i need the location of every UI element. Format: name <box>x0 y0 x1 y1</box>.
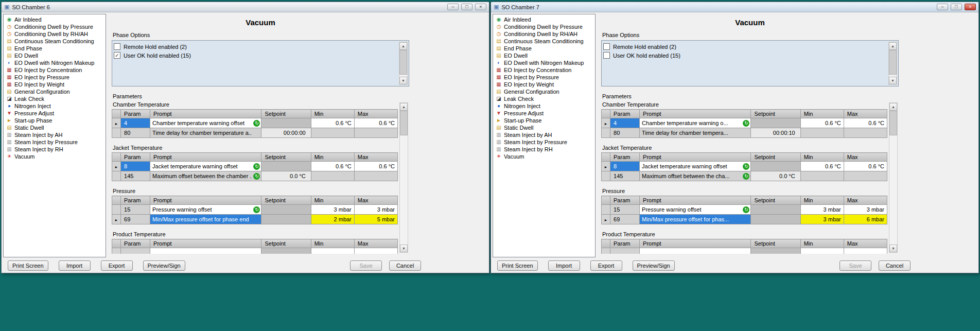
setpoint-cell[interactable] <box>261 118 311 128</box>
phase-options-scrollbar[interactable]: ▲ ▼ <box>888 42 897 85</box>
scroll-down-icon[interactable]: ▼ <box>889 77 897 84</box>
param-row[interactable]: ► 4 Chamber temperature warning o... ↻ 0… <box>602 118 887 128</box>
param-cell[interactable]: 80 <box>121 128 150 138</box>
min-cell[interactable]: 3 mbar <box>800 215 844 224</box>
tree-item[interactable]: ◷ Conditioning Dwell by RH/AH <box>494 30 595 37</box>
tree-item[interactable]: ▤ Continuous Steam Conditioning <box>5 38 106 44</box>
prompt-cell[interactable]: Min/Max pressure offset for phase end ↻ <box>150 215 261 224</box>
max-cell[interactable]: 6 mbar <box>844 215 887 224</box>
prompt-cell[interactable]: Time delay for chamber temperature a... … <box>150 128 261 138</box>
tree-item[interactable]: ◐ EO Dwell with Nitrogen Makeup <box>5 59 106 66</box>
tree-item[interactable]: ▦ EO Inject by Concentration <box>494 66 595 73</box>
tree-item[interactable]: ▤ EO Dwell <box>5 52 106 59</box>
param-row[interactable]: ↻ <box>602 248 887 254</box>
maximize-button[interactable]: □ <box>951 4 962 10</box>
close-button[interactable]: × <box>965 4 976 10</box>
tree-item[interactable]: ◪ Leak Check <box>494 95 595 102</box>
param-row[interactable]: ► 69 Min/Max pressure offset for phas...… <box>602 215 887 224</box>
phase-tree[interactable]: ◉ Air Inbleed ◷ Conditioning Dwell by Pr… <box>493 14 596 257</box>
tree-item[interactable]: ▤ End Phase <box>494 45 595 51</box>
setpoint-cell[interactable] <box>751 248 800 254</box>
max-cell[interactable] <box>844 128 887 138</box>
min-cell[interactable]: 0.6 °C <box>311 162 354 171</box>
option-remote-hold[interactable]: Remote Hold enabled (2) <box>603 42 886 51</box>
param-cell[interactable]: 15 <box>610 205 640 215</box>
param-row[interactable]: ► 8 Jacket temperature warning offset ↻ … <box>602 162 887 171</box>
setpoint-cell[interactable] <box>751 118 800 128</box>
min-cell[interactable] <box>800 171 844 181</box>
minimize-button[interactable]: – <box>937 4 948 10</box>
preview-sign-button[interactable]: Preview/Sign <box>143 260 185 271</box>
remote-hold-checkbox[interactable] <box>114 43 120 50</box>
param-cell[interactable] <box>121 248 150 254</box>
tree-item[interactable]: ☀ Vacuum <box>494 153 595 160</box>
min-cell[interactable] <box>800 128 844 138</box>
prompt-cell[interactable]: ↻ <box>640 248 751 254</box>
title-bar[interactable]: ▣ SO Chamber 7 – □ × <box>491 2 978 12</box>
scroll-down-icon[interactable]: ▼ <box>399 77 407 84</box>
min-cell[interactable]: 0.6 °C <box>311 118 354 128</box>
save-button[interactable]: Save <box>839 260 871 271</box>
print-screen-button[interactable]: Print Screen <box>497 260 538 271</box>
tree-item[interactable]: ▤ General Configuration <box>5 88 106 95</box>
max-cell[interactable] <box>844 248 887 254</box>
export-button[interactable]: Export <box>590 260 622 271</box>
scroll-thumb[interactable] <box>399 50 407 75</box>
param-row[interactable]: 145 Maximum offset between the chamber .… <box>112 171 398 181</box>
prompt-cell[interactable]: Chamber temperature warning offset ↻ <box>150 118 261 128</box>
max-cell[interactable]: 0.6 °C <box>844 118 887 128</box>
setpoint-cell[interactable]: 00:00:10 <box>751 128 800 138</box>
max-cell[interactable]: 0.6 °C <box>354 118 397 128</box>
tree-item[interactable]: ▤ Continuous Steam Conditioning <box>494 38 595 44</box>
param-cell[interactable]: 8 <box>610 162 640 171</box>
tree-item[interactable]: ◐ EO Dwell with Nitrogen Makeup <box>494 59 595 66</box>
param-row[interactable]: 80 Time delay for chamber temperature a.… <box>112 128 398 138</box>
param-cell[interactable]: 145 <box>610 171 640 181</box>
tree-item[interactable]: ▦ EO Inject by Weight <box>494 81 595 88</box>
param-cell[interactable]: 145 <box>121 171 150 181</box>
cancel-button[interactable]: Cancel <box>879 260 911 271</box>
tree-item[interactable]: ▤ Static Dwell <box>5 124 106 131</box>
tree-item[interactable]: ▼ Pressure Adjust <box>5 110 106 116</box>
tree-item[interactable]: ● Nitrogen Inject <box>494 102 595 109</box>
setpoint-cell[interactable] <box>751 215 800 224</box>
setpoint-cell[interactable]: 00:00:00 <box>261 128 311 138</box>
tree-item[interactable]: ▤ End Phase <box>5 45 106 51</box>
prompt-cell[interactable]: Jacket temperature warning offset ↻ <box>640 162 751 171</box>
parameters-scrollbar[interactable]: ▲ ▼ <box>399 102 408 253</box>
prompt-cell[interactable]: ↻ <box>150 248 261 254</box>
param-row[interactable]: ► 8 Jacket temperature warning offset ↻ … <box>112 162 398 171</box>
param-row[interactable]: 15 Pressure warning offset ↻ 3 mbar 3 mb… <box>112 205 398 215</box>
param-row[interactable]: 145 Maximum offset between the cha... ↻ … <box>602 171 887 181</box>
max-cell[interactable]: 3 mbar <box>354 205 397 215</box>
param-cell[interactable]: 69 <box>610 215 640 224</box>
phase-options-scrollbar[interactable]: ▲ ▼ <box>399 42 408 85</box>
setpoint-cell[interactable] <box>751 162 800 171</box>
prompt-cell[interactable]: Maximum offset between the cha... ↻ <box>640 171 751 181</box>
prompt-cell[interactable]: Maximum offset between the chamber ... ↻ <box>150 171 261 181</box>
min-cell[interactable] <box>311 171 354 181</box>
tree-item[interactable]: ▥ Steam Inject by AH <box>494 131 595 138</box>
max-cell[interactable] <box>354 171 397 181</box>
print-screen-button[interactable]: Print Screen <box>8 260 48 271</box>
setpoint-cell[interactable] <box>261 215 311 224</box>
min-cell[interactable]: 2 mbar <box>311 215 354 224</box>
param-row[interactable]: ► 69 Min/Max pressure offset for phase e… <box>112 215 398 224</box>
scroll-up-icon[interactable]: ▲ <box>400 103 408 111</box>
tree-item[interactable]: ◷ Conditioning Dwell by RH/AH <box>5 30 106 37</box>
setpoint-cell[interactable] <box>751 205 800 215</box>
scroll-thumb[interactable] <box>889 111 897 135</box>
scroll-thumb[interactable] <box>889 50 897 75</box>
preview-sign-button[interactable]: Preview/Sign <box>633 260 675 271</box>
setpoint-cell[interactable] <box>261 248 311 254</box>
param-cell[interactable]: 4 <box>610 118 640 128</box>
max-cell[interactable] <box>354 248 397 254</box>
tree-item[interactable]: ● Nitrogen Inject <box>5 102 106 109</box>
tree-item[interactable]: ◉ Air Inbleed <box>494 16 595 23</box>
min-cell[interactable]: 3 mbar <box>311 205 354 215</box>
tree-item[interactable]: ◉ Air Inbleed <box>5 16 106 23</box>
import-button[interactable]: Import <box>548 260 580 271</box>
setpoint-cell[interactable] <box>261 205 311 215</box>
max-cell[interactable] <box>354 128 397 138</box>
tree-item[interactable]: ◪ Leak Check <box>5 95 106 102</box>
